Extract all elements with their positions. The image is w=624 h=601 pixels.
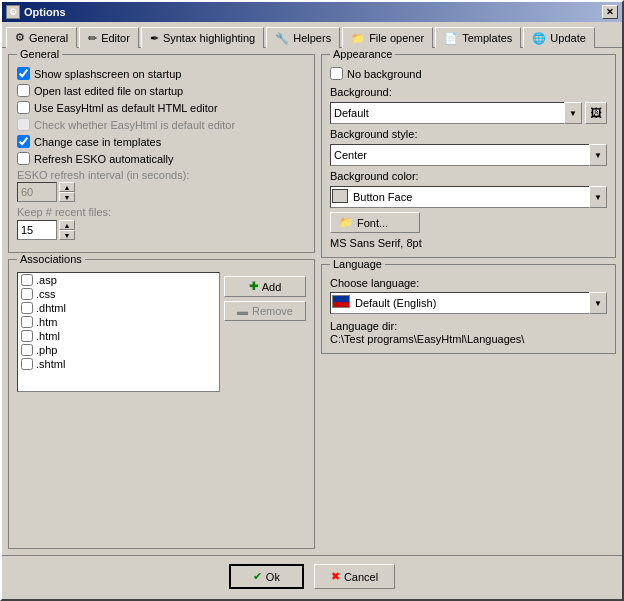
defaulteditor-row: Use EasyHtml as default HTML editor [17,101,306,114]
bottom-buttons: ✔ Ok ✖ Cancel [2,555,622,599]
assoc-html-label: .html [36,330,60,342]
close-button[interactable]: ✕ [602,5,618,19]
changecase-row: Change case in templates [17,135,306,148]
helpers-tab-icon: 🔧 [275,32,289,45]
title-bar-left: ⚙ Options [6,5,66,19]
checkdefault-label: Check whether EasyHtml is default editor [34,119,235,131]
font-info: MS Sans Serif, 8pt [330,237,607,249]
bg-style-label: Background style: [330,128,607,140]
keep-recent-down[interactable]: ▼ [59,230,75,240]
bg-style-select[interactable]: Center Stretch Tile [330,144,607,166]
defaulteditor-label: Use EasyHtml as default HTML editor [34,102,218,114]
general-tab-icon: ⚙ [15,31,25,44]
tab-syntax[interactable]: ✒ Syntax highlighting [141,27,264,48]
tab-fileopener[interactable]: 📁 File opener [342,27,433,48]
update-tab-icon: 🌐 [532,32,546,45]
language-select-wrapper: Default (English) ▼ [330,292,607,314]
keep-recent-row: Keep # recent files: ▲ ▼ [17,206,306,240]
assoc-css-checkbox[interactable] [21,288,33,300]
bg-color-row: Background color: Button Face White Cust… [330,170,607,208]
assoc-php-label: .php [36,344,57,356]
window-icon: ⚙ [6,5,20,19]
remove-icon: ▬ [237,305,248,317]
no-background-checkbox[interactable] [330,67,343,80]
background-label: Background: [330,86,607,98]
right-panel: Appearance No background Background: Def… [321,54,616,549]
esko-interval-spinner: ▲ ▼ [17,182,306,202]
changecase-checkbox[interactable] [17,135,30,148]
bg-style-select-wrapper: Center Stretch Tile ▼ [330,144,607,166]
esko-interval-label: ESKO refresh interval (in seconds): [17,169,306,181]
assoc-dhtml-label: .dhtml [36,302,66,314]
assoc-dhtml-checkbox[interactable] [21,302,33,314]
language-group-label: Language [330,258,385,270]
associations-buttons: ✚ Add ▬ Remove [224,272,306,392]
cancel-button[interactable]: ✖ Cancel [314,564,395,589]
background-select-row: Default Custom ▼ 🖼 [330,102,607,124]
esko-interval-buttons: ▲ ▼ [59,182,75,202]
language-group: Language Choose language: Default (Engli… [321,264,616,354]
assoc-shtml-checkbox[interactable] [21,358,33,370]
background-select[interactable]: Default Custom [330,102,582,124]
bg-color-select-wrapper: Button Face White Custom ▼ [330,186,607,208]
splashscreen-label: Show splashscreen on startup [34,68,181,80]
esko-interval-up: ▲ [59,182,75,192]
left-panel: General Show splashscreen on startup Ope… [8,54,315,549]
assoc-css-label: .css [36,288,56,300]
language-select-row: Choose language: Default (English) ▼ [330,277,607,314]
tab-editor[interactable]: ✏ Editor [79,27,139,48]
esko-interval-row: ESKO refresh interval (in seconds): ▲ ▼ [17,169,306,202]
tab-templates[interactable]: 📄 Templates [435,27,521,48]
background-row: Background: Default Custom ▼ 🖼 [330,86,607,124]
bg-color-select[interactable]: Button Face White Custom [330,186,607,208]
esko-interval-input [17,182,57,202]
changecase-label: Change case in templates [34,136,161,148]
defaulteditor-checkbox[interactable] [17,101,30,114]
font-button[interactable]: 📁 Font... [330,212,420,233]
tab-update[interactable]: 🌐 Update [523,27,594,48]
fileopener-tab-icon: 📁 [351,32,365,45]
general-group-label: General [17,48,62,60]
remove-button[interactable]: ▬ Remove [224,301,306,321]
color-swatch [332,189,348,203]
keep-recent-spinner: ▲ ▼ [17,220,306,240]
refreshesko-checkbox[interactable] [17,152,30,165]
associations-listbox[interactable]: .asp .css .dhtml .htm [17,272,220,392]
cancel-x-icon: ✖ [331,570,340,583]
assoc-php-checkbox[interactable] [21,344,33,356]
browse-icon: 🖼 [590,106,602,120]
list-item: .htm [18,315,219,329]
tab-helpers[interactable]: 🔧 Helpers [266,27,340,48]
list-item: .css [18,287,219,301]
add-icon: ✚ [249,280,258,293]
ok-button[interactable]: ✔ Ok [229,564,304,589]
templates-tab-icon: 📄 [444,32,458,45]
editor-tab-icon: ✏ [88,32,97,45]
background-browse-button[interactable]: 🖼 [585,102,607,124]
associations-group-label: Associations [17,253,85,265]
no-background-label: No background [347,68,422,80]
splashscreen-checkbox[interactable] [17,67,30,80]
list-item: .shtml [18,357,219,371]
bg-style-row: Background style: Center Stretch Tile ▼ [330,128,607,166]
add-button[interactable]: ✚ Add [224,276,306,297]
tab-general[interactable]: ⚙ General [6,27,77,48]
general-group: General Show splashscreen on startup Ope… [8,54,315,253]
keep-recent-input[interactable] [17,220,57,240]
assoc-html-checkbox[interactable] [21,330,33,342]
checkdefault-checkbox [17,118,30,131]
list-item: .html [18,329,219,343]
list-item: .dhtml [18,301,219,315]
background-select-wrapper: Default Custom ▼ [330,102,582,124]
assoc-htm-checkbox[interactable] [21,316,33,328]
list-item: .asp [18,273,219,287]
associations-group: Associations .asp .css .dht [8,259,315,549]
bg-color-label: Background color: [330,170,607,182]
no-background-row: No background [330,67,607,80]
keep-recent-up[interactable]: ▲ [59,220,75,230]
associations-section: .asp .css .dhtml .htm [17,272,306,392]
language-select[interactable]: Default (English) [330,292,607,314]
openlastedited-checkbox[interactable] [17,84,30,97]
assoc-asp-checkbox[interactable] [21,274,33,286]
options-window: ⚙ Options ✕ ⚙ General ✏ Editor ✒ Syntax … [0,0,624,601]
